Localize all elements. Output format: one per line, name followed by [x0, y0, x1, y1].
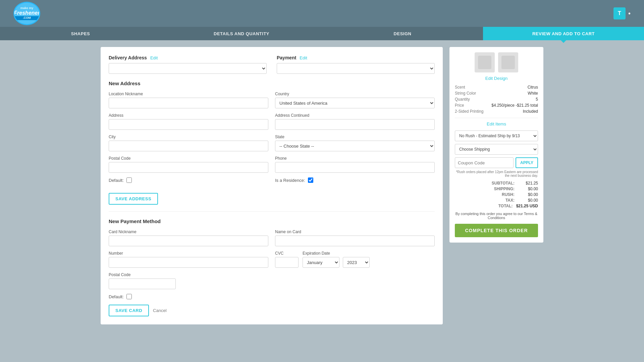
- order-details: Scent Citrus String Color White Quantity…: [455, 85, 538, 114]
- nickname-label: Location Nickname: [109, 92, 268, 96]
- cancel-link[interactable]: Cancel: [153, 308, 166, 313]
- totals: SUBTOTAL: $21.25 SHIPPING: $0.00 RUSH: $…: [455, 181, 538, 208]
- country-select[interactable]: United States of America Canada United K…: [275, 98, 435, 108]
- main-content: Delivery Address Edit Payment Edit New A…: [87, 40, 557, 331]
- nav-design[interactable]: DESIGN: [322, 27, 483, 40]
- header: make my Freshener .COM T •: [0, 0, 644, 27]
- state-label: State: [275, 135, 435, 139]
- payment-default-row: Default:: [109, 294, 435, 299]
- complete-order-button[interactable]: COMPLETE THIS ORDER: [455, 224, 538, 237]
- form-col-country: Country United States of America Canada …: [275, 92, 435, 108]
- main-nav: SHAPES DETAILS AND QUANTITY DESIGN REVIE…: [0, 27, 644, 40]
- postal-code-input[interactable]: [109, 162, 268, 173]
- card-number-label: Number: [109, 251, 268, 256]
- cvc-input[interactable]: [275, 257, 299, 268]
- expiry-year-select[interactable]: 2023 202420252026 2027202820292030: [343, 257, 370, 268]
- logo-main: Freshener: [14, 10, 40, 16]
- nav-shapes[interactable]: SHAPES: [0, 27, 161, 40]
- coupon-input[interactable]: [455, 157, 514, 168]
- price-label: Price: [455, 103, 464, 108]
- two-sided-value: Included: [523, 109, 538, 114]
- payment-select[interactable]: [277, 63, 435, 74]
- form-col-cvc-expiry: CVC Expiration Date January FebruaryMarc…: [275, 251, 435, 268]
- expiry-month-select[interactable]: January FebruaryMarchApril MayJuneJuly A…: [303, 257, 339, 268]
- edit-design-link[interactable]: Edit Design: [455, 76, 538, 81]
- new-address-section: New Address Location Nickname Country Un…: [109, 81, 435, 205]
- nav-review[interactable]: REVIEW AND ADD TO CART: [483, 27, 644, 40]
- form-row-postal-phone: Postal Code Phone: [109, 156, 435, 173]
- delivery-address-select[interactable]: [109, 63, 267, 74]
- name-on-card-input[interactable]: [275, 236, 435, 246]
- form-col-name-on-card: Name on Card: [275, 229, 435, 246]
- phone-input[interactable]: [275, 162, 435, 173]
- shipping-row: SHIPPING: $0.00: [455, 187, 538, 191]
- card-number-input[interactable]: [109, 257, 268, 268]
- rush-label: RUSH:: [502, 192, 515, 197]
- city-input[interactable]: [109, 141, 268, 151]
- form-col-phone: Phone: [275, 156, 435, 173]
- payment-edit-link[interactable]: Edit: [300, 55, 307, 60]
- form-col-default: Default:: [109, 177, 268, 188]
- nav-details[interactable]: DETAILS AND QUANTITY: [161, 27, 322, 40]
- right-panel: Edit Design Scent Citrus String Color Wh…: [449, 47, 543, 243]
- address-continued-input[interactable]: [275, 119, 435, 130]
- logo-container: make my Freshener .COM: [13, 2, 40, 25]
- subtotal-row: SUBTOTAL: $21.25: [455, 181, 538, 186]
- two-sided-label: 2-Sided Printing: [455, 109, 483, 114]
- subtotal-label: SUBTOTAL:: [492, 181, 515, 186]
- terms-text: By completing this order you agree to ou…: [455, 212, 538, 220]
- quantity-value: 5: [536, 97, 538, 102]
- divider: [109, 211, 435, 212]
- card-nickname-input[interactable]: [109, 236, 268, 246]
- state-select[interactable]: -- Choose State -- AlabamaAlaskaArizonaA…: [275, 141, 435, 151]
- rush-value: $0.00: [518, 192, 538, 197]
- form-row-default-residence: Default: Is a Residence:: [109, 177, 435, 188]
- form-row-nickname-country: Location Nickname Country United States …: [109, 92, 435, 108]
- payment-default-checkbox[interactable]: [126, 294, 132, 299]
- payment-postal-input[interactable]: [109, 278, 176, 289]
- save-card-button[interactable]: SAVE CARD: [109, 305, 149, 316]
- total-label: TOTAL:: [498, 204, 513, 208]
- total-value: $21.25 USD: [516, 204, 538, 208]
- edit-items-link[interactable]: Edit Items: [455, 118, 538, 126]
- shipping-select[interactable]: Choose Shipping Standard Shipping Expres…: [455, 144, 538, 155]
- card-nickname-label: Card Nickname: [109, 229, 268, 234]
- scent-value: Citrus: [528, 85, 538, 90]
- address-input[interactable]: [109, 119, 268, 130]
- save-card-row: SAVE CARD Cancel: [109, 305, 435, 316]
- default-label: Default:: [109, 178, 124, 183]
- left-panel: Delivery Address Edit Payment Edit New A…: [101, 47, 443, 324]
- city-label: City: [109, 135, 268, 139]
- delivery-edit-link[interactable]: Edit: [150, 55, 158, 60]
- price-row: Price $4.250/piece -$21.25 total: [455, 103, 538, 108]
- form-row-city-state: City State -- Choose State -- AlabamaAla…: [109, 135, 435, 151]
- rush-select[interactable]: No Rush - Estimated Ship by 9/13 Rush - …: [455, 131, 538, 141]
- payment-postal-label: Postal Code: [109, 272, 255, 277]
- shipping-label: SHIPPING:: [494, 187, 515, 191]
- save-address-button[interactable]: SAVE ADDRESS: [109, 193, 158, 205]
- form-col-payment-postal: Postal Code: [109, 272, 255, 289]
- svg-rect-0: [478, 56, 491, 69]
- string-color-label: String Color: [455, 91, 476, 96]
- product-image-2: [498, 52, 518, 72]
- apply-coupon-button[interactable]: APPLY: [516, 157, 538, 168]
- form-col-address-continued: Address Continued: [275, 113, 435, 130]
- name-on-card-label: Name on Card: [275, 229, 435, 234]
- is-residence-checkbox[interactable]: [308, 177, 313, 183]
- form-col-card-number: Number: [109, 251, 268, 268]
- location-nickname-input[interactable]: [109, 98, 268, 108]
- form-col-nickname: Location Nickname: [109, 92, 268, 108]
- string-color-row: String Color White: [455, 91, 538, 96]
- logo[interactable]: make my Freshener .COM: [13, 2, 40, 25]
- default-checkbox[interactable]: [126, 177, 132, 183]
- quantity-label: Quantity: [455, 97, 470, 102]
- price-value: $4.250/piece -$21.25 total: [491, 103, 538, 108]
- tax-label: TAX:: [505, 198, 515, 203]
- form-row-number-cvc-expiry: Number CVC Expiration Date January Febru…: [109, 251, 435, 268]
- form-col-expiry: Expiration Date January FebruaryMarchApr…: [303, 251, 370, 268]
- user-avatar[interactable]: T: [613, 7, 626, 19]
- user-menu-icon[interactable]: •: [628, 10, 631, 17]
- two-sided-row: 2-Sided Printing Included: [455, 109, 538, 114]
- postal-code-label: Postal Code: [109, 156, 268, 161]
- delivery-address-col: Delivery Address Edit: [109, 55, 267, 74]
